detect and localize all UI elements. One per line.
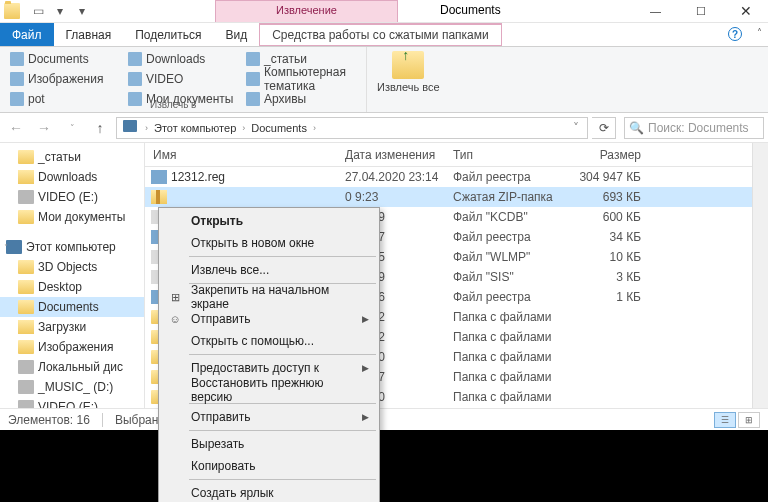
chevron-icon[interactable]: ˅ (4, 243, 8, 252)
menu-item[interactable]: Создать ярлык (161, 482, 377, 502)
file-date: 0 9:23 (345, 190, 453, 204)
tab-compressed-tools[interactable]: Средства работы со сжатыми папками (259, 23, 502, 46)
nav-item[interactable]: Локальный дис (0, 357, 144, 377)
col-size[interactable]: Размер (573, 148, 651, 162)
menu-label: Открыть (191, 214, 243, 228)
col-name[interactable]: Имя (145, 148, 345, 162)
menu-item[interactable]: Восстановить прежнюю версию (161, 379, 377, 401)
nav-item[interactable]: Documents (0, 297, 144, 317)
file-row[interactable]: 12312.reg27.04.2020 23:14Файл реестра304… (145, 167, 752, 187)
search-icon: 🔍 (629, 121, 644, 135)
maximize-button[interactable]: ☐ (678, 0, 723, 22)
pinned-location[interactable]: Архивы (242, 89, 360, 109)
minimize-button[interactable]: — (633, 0, 678, 22)
nav-item[interactable]: Мои документы (0, 207, 144, 227)
pinned-location[interactable]: VIDEO (124, 69, 242, 89)
nav-label: VIDEO (E:) (38, 190, 98, 204)
tab-share[interactable]: Поделиться (123, 23, 213, 46)
breadcrumb-item[interactable]: Этот компьютер (150, 120, 240, 136)
forward-button[interactable]: → (32, 116, 56, 140)
menu-item[interactable]: Открыть в новом окне (161, 232, 377, 254)
col-type[interactable]: Тип (453, 148, 573, 162)
file-name: 12312.reg (171, 170, 345, 184)
menu-item[interactable]: ☺Отправить▶ (161, 308, 377, 330)
pin-icon (246, 52, 260, 66)
pinned-location[interactable]: pot (6, 89, 124, 109)
search-placeholder: Поиск: Documents (648, 121, 749, 135)
pinned-location[interactable]: Компьютерная тематика (242, 69, 360, 89)
nav-label: VIDEO (E:) (38, 400, 98, 408)
qat-newfolder[interactable]: ▾ (50, 1, 70, 21)
menu-item[interactable]: Копировать (161, 455, 377, 477)
navigation-pane[interactable]: _статьиDownloadsVIDEO (E:)Мои документы˅… (0, 143, 145, 408)
file-type: Файл "WLMP" (453, 250, 573, 264)
menu-item[interactable]: Открыть с помощью... (161, 330, 377, 352)
menu-label: Копировать (191, 459, 256, 473)
menu-icon: ⊞ (167, 289, 183, 305)
refresh-button[interactable]: ⟳ (592, 117, 616, 139)
breadcrumb-item[interactable]: Documents (247, 120, 311, 136)
context-menu[interactable]: ОткрытьОткрыть в новом окнеИзвлечь все..… (158, 207, 380, 502)
view-icons-button[interactable]: ⊞ (738, 412, 760, 428)
tab-file[interactable]: Файл (0, 23, 54, 46)
pinned-label: Изображения (28, 72, 103, 86)
breadcrumb-bar[interactable]: › Этот компьютер › Documents › ˅ (116, 117, 588, 139)
menu-item[interactable]: Вырезать (161, 433, 377, 455)
nav-item[interactable]: VIDEO (E:) (0, 187, 144, 207)
menu-separator (189, 479, 376, 480)
nav-label: Documents (38, 300, 99, 314)
file-type: Папка с файлами (453, 330, 573, 344)
scrollbar-vertical[interactable] (752, 143, 768, 408)
pinned-location[interactable]: Documents (6, 49, 124, 69)
nav-item[interactable]: 3D Objects (0, 257, 144, 277)
up-button[interactable]: ↑ (88, 116, 112, 140)
menu-item[interactable]: Отправить▶ (161, 406, 377, 428)
collapse-ribbon-icon[interactable]: ˄ (757, 27, 762, 38)
status-item-count: Элементов: 16 (8, 413, 90, 427)
nav-item[interactable]: Downloads (0, 167, 144, 187)
folder-icon (18, 320, 34, 334)
extract-all-button[interactable]: Извлечь все (367, 47, 450, 112)
pinned-location[interactable]: Downloads (124, 49, 242, 69)
nav-item[interactable]: Загрузки (0, 317, 144, 337)
tab-home[interactable]: Главная (54, 23, 124, 46)
qat-properties[interactable]: ▭ (28, 1, 48, 21)
menu-label: Восстановить прежнюю версию (191, 376, 357, 404)
tab-view[interactable]: Вид (213, 23, 259, 46)
file-date: 27.04.2020 23:14 (345, 170, 453, 184)
pin-icon (246, 92, 260, 106)
menu-item[interactable]: Извлечь все... (161, 259, 377, 281)
recent-locations-button[interactable]: ˅ (60, 116, 84, 140)
folder-icon (18, 400, 34, 408)
close-button[interactable]: ✕ (723, 0, 768, 22)
back-button[interactable]: ← (4, 116, 28, 140)
help-button[interactable]: ? (728, 27, 742, 41)
qat-customize[interactable]: ▾ (72, 1, 92, 21)
nav-item[interactable]: Desktop (0, 277, 144, 297)
nav-item[interactable]: _статьи (0, 147, 144, 167)
nav-item[interactable]: VIDEO (E:) (0, 397, 144, 408)
file-type: Папка с файлами (453, 350, 573, 364)
nav-label: _статьи (38, 150, 81, 164)
chevron-right-icon[interactable]: › (311, 123, 318, 133)
file-size: 10 КБ (573, 250, 651, 264)
pinned-location[interactable]: Изображения (6, 69, 124, 89)
pin-icon (128, 92, 142, 106)
pinned-label: Архивы (264, 92, 306, 106)
extract-all-icon (392, 51, 424, 79)
submenu-arrow-icon: ▶ (362, 412, 369, 422)
search-input[interactable]: 🔍 Поиск: Documents (624, 117, 764, 139)
breadcrumb-dropdown-icon[interactable]: ˅ (567, 121, 585, 135)
menu-item[interactable]: ⊞Закрепить на начальном экране (161, 286, 377, 308)
menu-item[interactable]: Открыть (161, 210, 377, 232)
pinned-label: pot (28, 92, 45, 106)
view-details-button[interactable]: ☰ (714, 412, 736, 428)
folder-icon (18, 210, 34, 224)
chevron-right-icon[interactable]: › (240, 123, 247, 133)
nav-item[interactable]: Изображения (0, 337, 144, 357)
chevron-right-icon[interactable]: › (143, 123, 150, 133)
col-date[interactable]: Дата изменения (345, 148, 453, 162)
nav-item[interactable]: ˅Этот компьютер (0, 237, 144, 257)
nav-item[interactable]: _MUSIC_ (D:) (0, 377, 144, 397)
file-row[interactable]: 0 9:23Сжатая ZIP-папка693 КБ (145, 187, 752, 207)
